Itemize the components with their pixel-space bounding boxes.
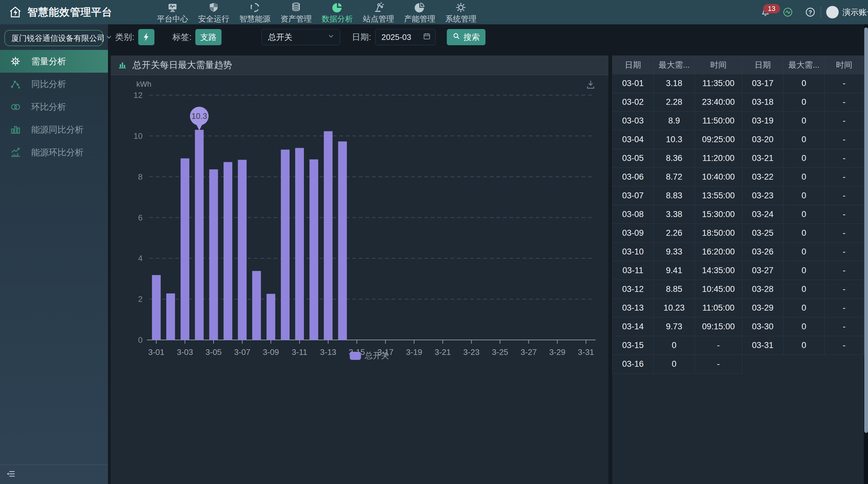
category-electric-button[interactable]: [138, 29, 154, 45]
table-cell: 0: [783, 93, 825, 111]
table-cell: 03-25: [742, 224, 783, 243]
company-select[interactable]: 厦门锐谷通信设备有限公司: [4, 30, 103, 46]
sidebar-item-yoy-analysis[interactable]: 同比分析: [0, 73, 108, 95]
chart-panel: 总开关每日最大需量趋势 kWh0246810123-013-033-053-07…: [111, 56, 609, 484]
nav-item-system-management[interactable]: 系统管理: [444, 0, 477, 24]
table-cell: 9.33: [654, 243, 695, 261]
table-cell: 8.83: [654, 187, 695, 205]
svg-text:8: 8: [138, 172, 143, 182]
table-cell: 09:15:00: [695, 318, 742, 336]
search-button-label: 搜索: [464, 32, 480, 43]
table-cell: -: [825, 205, 864, 224]
scrollbar-thumb[interactable]: [864, 27, 868, 433]
svg-text:3-25: 3-25: [492, 347, 508, 357]
nav-item-data-analysis[interactable]: 数据分析: [321, 0, 354, 24]
table-cell: 03-12: [613, 280, 654, 299]
svg-text:?: ?: [809, 9, 812, 15]
app-logo-icon: [8, 5, 23, 19]
sidebar-menu: 需量分析同比分析环比分析能源同比分析能源环比分析: [0, 50, 108, 164]
table-cell: 11:05:00: [695, 299, 742, 318]
svg-text:4: 4: [138, 254, 143, 263]
nav-item-site-management[interactable]: 站点管理: [362, 0, 395, 24]
table-cell: 14:35:00: [695, 261, 742, 280]
table-cell: 03-26: [742, 243, 783, 261]
account-name[interactable]: 演示账号: [842, 0, 868, 24]
table-cell: 0: [783, 130, 825, 149]
breaker-select[interactable]: 总开关: [261, 29, 340, 45]
table-cell: 9.73: [654, 318, 695, 336]
table-cell-empty: [783, 355, 825, 374]
search-button[interactable]: 搜索: [447, 29, 486, 45]
sidebar-item-label: 环比分析: [31, 101, 66, 113]
nav-item-capacity-management[interactable]: 产能管理: [403, 0, 436, 24]
table-cell: 0: [783, 261, 825, 280]
nav-item-asset-management[interactable]: 资产管理: [280, 0, 313, 24]
nav-item-safe-operation[interactable]: 安全运行: [197, 0, 230, 24]
tag-button[interactable]: 支路: [195, 29, 221, 45]
table-cell: 03-05: [613, 149, 654, 168]
dashboard-link-icon[interactable]: [782, 7, 793, 19]
avatar[interactable]: [826, 6, 839, 19]
svg-text:12: 12: [133, 91, 143, 100]
table-cell: -: [825, 130, 864, 149]
table-cell: -: [825, 243, 864, 261]
table-cell: 0: [783, 187, 825, 205]
table-cell: 0: [783, 149, 825, 168]
data-table: 日期最大需...时间日期最大需...时间 03-013.1811:35:0003…: [612, 56, 864, 374]
share-nodes-icon: [10, 78, 21, 90]
pie-chart2-icon: [414, 2, 426, 13]
svg-text:3-29: 3-29: [549, 347, 565, 357]
help-icon[interactable]: ?: [805, 7, 815, 19]
table-cell: 0: [783, 243, 825, 261]
table-cell: -: [825, 261, 864, 280]
table-cell: 18:50:00: [695, 224, 742, 243]
filter-bar: 类别: 标签: 支路 总开关 日期: 2025-03 搜索: [111, 24, 868, 50]
table-cell: -: [825, 318, 864, 336]
table-row: 03-160-: [613, 355, 864, 374]
robot-arm-icon: [373, 2, 384, 13]
svg-text:10: 10: [133, 131, 143, 141]
table-cell: 0: [783, 74, 825, 93]
table-cell: 0: [783, 224, 825, 243]
table-cell: 03-20: [742, 130, 783, 149]
table-row: 03-013.1811:35:0003-170-: [613, 74, 864, 93]
table-row: 03-068.7210:40:0003-220-: [613, 168, 864, 187]
sidebar-item-mom-analysis[interactable]: 环比分析: [0, 95, 108, 118]
svg-text:kWh: kWh: [136, 80, 151, 88]
table-cell: 0: [783, 168, 825, 187]
nav-item-platform-center[interactable]: 平台中心: [156, 0, 189, 24]
chart-title-icon: [118, 60, 127, 70]
table-cell: 03-24: [742, 205, 783, 224]
sidebar-item-demand-analysis[interactable]: 需量分析: [0, 50, 108, 73]
svg-text:3-27: 3-27: [520, 347, 537, 357]
table-cell: -: [825, 336, 864, 355]
table-cell: 15:30:00: [695, 205, 742, 224]
table-cell: 10:40:00: [695, 168, 742, 187]
category-label: 类别:: [115, 32, 134, 43]
table-cell: 23:40:00: [695, 93, 742, 111]
svg-text:6: 6: [138, 213, 143, 222]
table-cell: 0: [783, 205, 825, 224]
table-cell: 0: [783, 318, 825, 336]
divider: [820, 6, 821, 18]
svg-text:3-01: 3-01: [148, 347, 164, 357]
chart-title: 总开关每日最大需量趋势: [133, 59, 232, 71]
table-cell: 10:45:00: [695, 280, 742, 299]
table-cell: 03-01: [613, 74, 654, 93]
gear-bolt-icon: [10, 56, 21, 67]
breaker-select-value: 总开关: [268, 32, 292, 43]
table-row: 03-149.7309:15:0003-300-: [613, 318, 864, 336]
table-cell: 03-02: [613, 93, 654, 111]
table-cell: 03-27: [742, 261, 783, 280]
date-picker[interactable]: 2025-03: [375, 29, 436, 45]
collapse-sidebar-icon[interactable]: [6, 469, 17, 481]
table-head: 日期最大需...时间日期最大需...时间: [613, 56, 864, 74]
sidebar-item-label: 需量分析: [31, 56, 66, 67]
table-cell: 03-10: [613, 243, 654, 261]
sidebar: 厦门锐谷通信设备有限公司 需量分析同比分析环比分析能源同比分析能源环比分析: [0, 24, 108, 484]
table-cell: -: [825, 168, 864, 187]
svg-text:总开关: 总开关: [365, 351, 389, 360]
nav-item-smart-energy[interactable]: 智慧能源: [238, 0, 272, 24]
sidebar-item-energy-mom-analysis[interactable]: 能源环比分析: [0, 141, 108, 164]
sidebar-item-energy-yoy-analysis[interactable]: 能源同比分析: [0, 118, 108, 141]
